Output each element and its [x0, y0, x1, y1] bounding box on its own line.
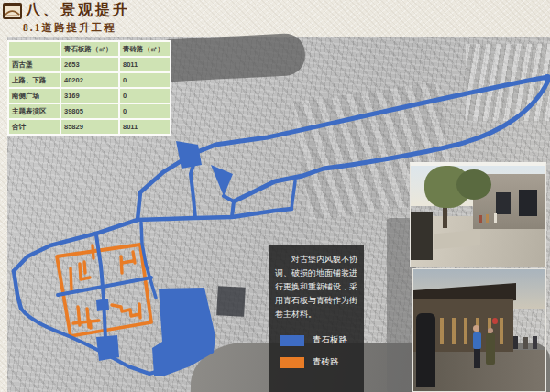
- header-cell: [9, 42, 60, 56]
- photo-window: [496, 192, 511, 214]
- photo-pedestrian: [488, 328, 493, 333]
- photo-pedestrian: [473, 325, 479, 332]
- stone-value: 40202: [61, 73, 118, 87]
- stone-value: 85829: [61, 120, 118, 134]
- stone-road-swatch: [280, 335, 304, 346]
- photo-pedestrian: [494, 213, 497, 223]
- photo-pedestrian: [479, 215, 482, 223]
- brick-value: 8011: [120, 58, 170, 71]
- legend-label: 青石板路: [313, 334, 347, 346]
- table-header-row: 青石板路（㎡） 青砖路（㎡）: [9, 42, 170, 56]
- brick-road-swatch: [280, 357, 304, 368]
- table-total-row: 合计 85829 8011: [9, 120, 170, 134]
- table-row: 主题表演区 39805 0: [9, 104, 170, 118]
- row-label: 上路、下路: [9, 73, 60, 87]
- photo-pedestrian: [486, 214, 489, 223]
- area-table: 青石板路（㎡） 青砖路（㎡） 西古堡 2653 8011 上路、下路 40202…: [7, 40, 171, 136]
- bridge-stamp-icon: [3, 3, 22, 19]
- photo-window: [519, 190, 538, 216]
- slide-page: 八、景观提升 8.1道路提升工程 青石板路（㎡） 青砖路（㎡） 西古堡 2653…: [0, 0, 550, 392]
- brick-value: 0: [120, 104, 170, 118]
- photo-pedestrian-blue-shirt: [473, 332, 481, 349]
- map-legend: 青石板路 青砖路: [280, 334, 358, 368]
- legend-item-stone: 青石板路: [280, 334, 358, 346]
- photo-pedestrian-foreground: [416, 313, 436, 387]
- table-row: 西古堡 2653 8011: [9, 58, 170, 71]
- note-text: 对古堡内风貌不协调、破损的地面铺装进行更换和重新铺设，采用青石板与青砖作为街巷主…: [275, 253, 358, 321]
- header-cell-stone: 青石板路（㎡）: [61, 42, 118, 56]
- legend-label: 青砖路: [313, 356, 339, 368]
- photo-pedestrian: [513, 336, 518, 349]
- photo-pedestrian: [533, 336, 537, 349]
- photo-renovated-street-day: [410, 162, 546, 267]
- row-label: 主题表演区: [9, 104, 60, 118]
- row-label: 南侧广场: [9, 89, 60, 103]
- brick-value: 0: [120, 73, 170, 87]
- note-panel: 对古堡内风貌不协调、破损的地面铺装进行更换和重新铺设，采用青石板与青砖作为街巷主…: [269, 245, 364, 392]
- table-row: 南侧广场 3169 0: [9, 89, 170, 103]
- brick-value: 8011: [120, 120, 170, 134]
- row-label: 合计: [9, 120, 60, 134]
- stone-value: 2653: [61, 58, 118, 71]
- photo-pedestrian: [523, 337, 528, 349]
- table-row: 上路、下路 40202 0: [9, 73, 170, 87]
- photo-old-street-dusk: [412, 268, 546, 392]
- row-label: 西古堡: [9, 58, 60, 71]
- legend-item-brick: 青砖路: [280, 356, 358, 368]
- header-cell-brick: 青砖路（㎡）: [120, 42, 170, 56]
- brick-value: 0: [120, 89, 170, 103]
- photo-pedestrian: [474, 348, 480, 368]
- page-subtitle: 8.1道路提升工程: [23, 21, 116, 35]
- page-title: 八、景观提升: [26, 1, 130, 20]
- photo-dark-storefront: [411, 212, 433, 261]
- stone-value: 39805: [61, 104, 118, 118]
- stone-value: 3169: [61, 89, 118, 103]
- photo-pedestrian-dress: [486, 333, 495, 365]
